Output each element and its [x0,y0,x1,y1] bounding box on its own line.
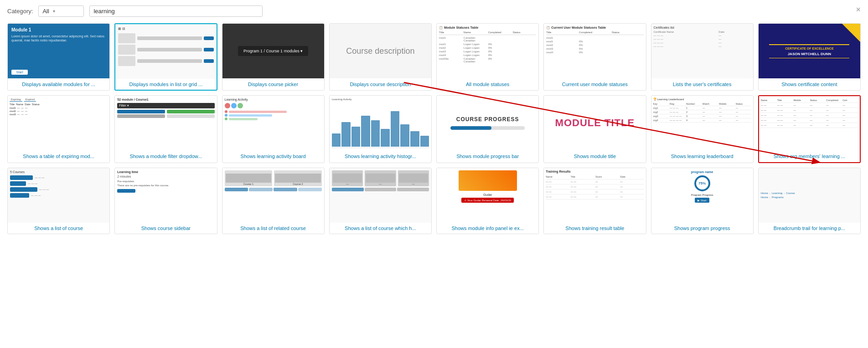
card-thumbnail: Course description [330,24,431,78]
card-thumbnail: MODULE TITLE [544,96,646,150]
card-thumbnail: COURSE PROGRESS [437,96,538,150]
card-label: Shows a table of expiring mod... [8,150,109,162]
card-label: Shows a list of course [8,223,109,234]
card-label: Displays available modules for ... [8,78,109,90]
card-user-certs[interactable]: Certificates list Certificate NameDate —… [651,23,754,91]
card-breadcrumb[interactable]: Home › Learning › Course Home › Programs [758,168,861,234]
card-thumbnail: Home › Learning › Course Home › Programs [759,168,860,223]
card-thumbnail: ▦ ▤ [115,24,216,79]
card-module-filter[interactable]: 52 module / Course1 Filter ▾ [114,95,217,163]
card-thumbnail: Gudar ⚠ Your Gudar Renewal Date: 26/03/2… [437,168,538,223]
card-label: Shows training result table [544,223,646,234]
close-button[interactable]: × [856,5,861,14]
header-bar: Category: All ▾ × [7,5,861,17]
card-related-courses[interactable]: Course 1 Course 2 [222,168,325,234]
card-label: Breadcrumb trail for learning p... [759,223,860,234]
search-input[interactable] [89,5,263,17]
card-cert-content[interactable]: CERTIFICATE OF EXCELLENCE JASON MITCHELL… [758,23,861,91]
card-available-modules[interactable]: Module 1 Lorem ipsum dolor sit amet, con… [7,23,110,91]
chevron-down-icon: ▾ [53,9,55,14]
card-thumbnail: Module 1 Lorem ipsum dolor sit amet, con… [8,24,109,78]
card-thumbnail: Course 1 Course 2 [222,168,324,223]
card-thumbnail: 52 module / Course1 Filter ▾ [115,96,217,150]
card-thumbnail: Expiring Expired TitleNameDateStatus mod… [8,96,109,150]
card-module-info[interactable]: Gudar ⚠ Your Gudar Renewal Date: 26/03/2… [436,168,539,234]
card-thumbnail: Learning time 2 minutes Pre-requisites T… [115,168,217,223]
card-course-progress[interactable]: COURSE PROGRESS Shows module progress ba… [436,95,539,163]
category-value: All [42,8,49,15]
card-courses-list[interactable]: 5 Courses — — — — — — — — — [7,168,110,234]
card-thumbnail: 5 Courses — — — — — — — — — [8,168,109,223]
card-label: Lists the user's certificates [651,78,753,90]
card-label: Shows certificate content [759,78,860,90]
card-courses-which[interactable]: — — — [329,168,432,234]
card-org-learning[interactable]: NameTitleMobileStatusCompletedCert — —— … [758,95,861,163]
card-label: Shows a module filter dropdow... [115,150,217,162]
card-label: Displays modules in list or grid ... [115,79,216,90]
card-label: Displays course description [330,78,431,90]
cards-grid-section: Module 1 Lorem ipsum dolor sit amet, con… [7,23,861,234]
card-label: All module statuses [437,78,538,90]
card-course-desc[interactable]: Course description Displays course descr… [329,23,432,91]
card-thumbnail: 📋 Module Statuses Table TitleNameComplet… [437,24,538,78]
card-thumbnail: NameTitleMobileStatusCompletedCert — —— … [759,96,860,151]
card-course-picker[interactable]: Program 1 / Course 1 modules ▾ Displays … [222,23,325,91]
card-modules-list-grid[interactable]: ▦ ▤ [114,23,217,91]
card-expiring[interactable]: Expiring Expired TitleNameDateStatus mod… [7,95,110,163]
card-label: Shows module progress bar [437,150,538,162]
card-label: Shows learning activity board [222,150,324,162]
card-thumbnail: Training Results NameTitleScoreDate — ——… [544,168,646,223]
card-label: Shows learning activity histogr... [330,150,431,162]
card-label: Shows program progress [651,223,753,234]
card-label: Shows a list of course which h... [330,223,431,234]
card-thumbnail: program name 75% Program Progress ▶ Star… [651,168,753,223]
card-label: Shows module title [544,150,646,162]
category-label: Category: [7,8,33,15]
card-label: Shows module info panel ie ex... [437,223,538,234]
card-all-module-statuses[interactable]: 📋 Module Statuses Table TitleNameComplet… [436,23,539,91]
card-program-progress[interactable]: program name 75% Program Progress ▶ Star… [651,168,754,234]
card-thumbnail: 📋 Current User Module Statuses Table Tit… [544,24,646,78]
page-container: Category: All ▾ × Module 1 Lorem ipsum d… [0,0,868,348]
card-course-sidebar[interactable]: Learning time 2 minutes Pre-requisites T… [114,168,217,234]
card-thumbnail: Program 1 / Course 1 modules ▾ [222,24,324,78]
card-thumbnail: Learning Activity [330,96,431,150]
card-current-user-statuses[interactable]: 📋 Current User Module Statuses Table Tit… [543,23,646,91]
card-activity-board[interactable]: Learning Activity [222,95,325,163]
card-label: Shows a list of related course [222,223,324,234]
card-training-result[interactable]: Training Results NameTitleScoreDate — ——… [543,168,646,234]
card-thumbnail: CERTIFICATE OF EXCELLENCE JASON MITCHELL… [759,24,860,78]
cards-grid: Module 1 Lorem ipsum dolor sit amet, con… [7,23,861,234]
card-label: Current user module statuses [544,78,646,90]
card-leaderboard[interactable]: 🏆 Learning Leaderboard KayRegNumberMatch… [651,95,754,163]
card-label: Shows org members' learning ... [759,151,860,162]
card-label: Shows learning leaderboard [651,150,753,162]
card-thumbnail: Learning Activity [222,96,324,150]
card-module-title[interactable]: MODULE TITLE Shows module title [543,95,646,163]
category-dropdown[interactable]: All ▾ [38,5,84,17]
card-label: Displays course picker [222,78,324,90]
card-thumbnail: Certificates list Certificate NameDate —… [651,24,753,78]
card-thumbnail: 🏆 Learning Leaderboard KayRegNumberMatch… [651,96,753,150]
card-label: Shows course sidebar [115,223,217,234]
card-histogram[interactable]: Learning Activity [329,95,432,163]
card-thumbnail: — — — [330,168,431,223]
